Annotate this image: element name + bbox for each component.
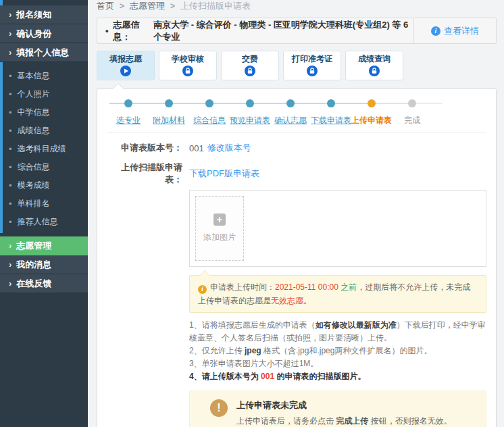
upload-label: 上传扫描版申请表： (107, 161, 182, 186)
bullet-icon: • (9, 72, 12, 80)
sidebar-item-referrer-info[interactable]: • 推荐人信息 (0, 213, 88, 231)
sidebar-subitem-label: 中学信息 (18, 107, 50, 118)
sidebar-item-personal-info[interactable]: › 填报个人信息 (0, 43, 88, 62)
sidebar-item-volunteer-management[interactable]: › 志愿管理 (0, 236, 88, 255)
tab-school-review[interactable]: 学校审核 (159, 51, 217, 80)
version-label: 申请表版本号： (107, 142, 182, 154)
alert-title: 上传申请表未完成 (236, 399, 452, 411)
notice-invalid: 无效志愿 (271, 296, 303, 305)
sidebar: › 报名须知 › 确认身份 › 填报个人信息 • 基本信息 • 个人照片 (0, 0, 88, 427)
sidebar-item-label: 我的消息 (16, 259, 51, 271)
sidebar-subitem-label: 单科排名 (18, 198, 50, 209)
bullet-icon: • (9, 126, 12, 135)
chevron-right-icon: › (9, 279, 11, 288)
sidebar-item-mock-exam-scores[interactable]: • 模考成绩 (0, 176, 88, 195)
application-window: › 报名须知 › 确认身份 › 填报个人信息 • 基本信息 • 个人照片 (0, 0, 504, 427)
sidebar-item-label: 填报个人信息 (16, 47, 69, 59)
notice-before: 之前 (338, 282, 357, 292)
step-dot (165, 99, 173, 107)
version-row: 申请表版本号： 001 修改版本号 (107, 142, 486, 154)
breadcrumb-separator: > (120, 1, 124, 11)
main-content: 首页 > 志愿管理 > 上传扫描版申请表 • 志愿信息： 南京大学 - 综合评价… (88, 0, 504, 427)
edit-version-link[interactable]: 修改版本号 (207, 142, 251, 154)
add-image-button[interactable]: + 添加图片 (195, 196, 244, 261)
lock-icon (182, 66, 193, 76)
sidebar-item-enrollment-notice[interactable]: › 报名须知 (0, 5, 88, 24)
tab-score-inquiry[interactable]: 成绩查询 (345, 51, 403, 80)
sidebar-submenu: • 基本信息 • 个人照片 • 中学信息 • 成绩信息 • 选考科目成绩 (0, 62, 88, 236)
lock-icon (245, 66, 255, 76)
rule-3: 3、单张申请表图片大小不超过1M。 (189, 357, 486, 370)
bullet-icon: • (9, 90, 12, 99)
breadcrumb: 首页 > 志愿管理 > 上传扫描版申请表 (97, 0, 497, 12)
bullet-icon: • (9, 199, 12, 208)
sidebar-item-label: 报名须知 (16, 9, 51, 21)
play-icon (120, 66, 131, 76)
chevron-right-icon: › (9, 48, 11, 57)
sidebar-item-score-info[interactable]: • 成绩信息 (0, 122, 88, 140)
sidebar-item-my-messages[interactable]: › 我的消息 (0, 255, 88, 274)
sidebar-item-label: 在线反馈 (16, 278, 51, 290)
upload-rules: 1、请将填报志愿后生成的申请表（如有修改以最新版为准）下载后打印，经中学审核盖章… (189, 319, 486, 383)
chevron-right-icon: › (9, 241, 11, 250)
step-connector (331, 103, 372, 104)
bullet-icon: • (9, 218, 12, 226)
sidebar-subitem-label: 个人照片 (18, 89, 50, 100)
upload-form: 申请表版本号： 001 修改版本号 上传扫描版申请表： 下载PDF版申请表 + … (107, 133, 486, 427)
notice-prefix: 申请表上传时间： (210, 282, 275, 292)
notice-deadline: 2021-05-11 00:00 (275, 282, 338, 292)
breadcrumb-volunteer-management[interactable]: 志愿管理 (130, 0, 165, 12)
sidebar-item-selected-subject-scores[interactable]: • 选考科目成绩 (0, 140, 88, 158)
step-dot (205, 99, 213, 107)
rule-2: 2、仅允许上传 jpeg 格式（含.jpg和.jpeg两种文件扩展名）的图片。 (189, 345, 486, 357)
sidebar-item-label: 确认身份 (16, 28, 51, 40)
lock-icon (369, 66, 380, 76)
add-image-label: 添加图片 (203, 232, 236, 243)
sidebar-item-personal-photo[interactable]: • 个人照片 (0, 85, 88, 103)
step-connector (128, 103, 169, 104)
sidebar-subitem-label: 模考成绩 (18, 180, 50, 191)
sidebar-item-identity-confirm[interactable]: › 确认身份 (0, 24, 88, 43)
alert-body: 上传申请表未完成 上传申请表后，请务必点击 完成上传 按钮，否则报名无效。 (236, 399, 452, 427)
sidebar-item-middle-school-info[interactable]: • 中学信息 (0, 103, 88, 122)
info-icon: i (198, 285, 207, 294)
sidebar-item-comprehensive-info[interactable]: • 综合信息 (0, 158, 88, 176)
step-dot (408, 99, 416, 107)
step-dot (124, 99, 132, 107)
step-connector (209, 103, 250, 104)
warning-icon: ! (210, 399, 228, 417)
lock-icon (307, 66, 318, 76)
step-dot (327, 99, 335, 107)
info-icon: i (431, 26, 440, 36)
alert-text: 上传申请表后，请务必点击 完成上传 按钮，否则报名无效。 (236, 416, 452, 427)
version-value: 001 (189, 143, 204, 153)
sidebar-item-basic-info[interactable]: • 基本信息 (0, 67, 88, 85)
tab-payment[interactable]: 交费 (221, 51, 279, 80)
sidebar-item-label: 志愿管理 (16, 240, 51, 252)
sidebar-subitem-label: 综合信息 (18, 161, 50, 173)
step-dot (246, 99, 254, 107)
sidebar-subitem-label: 推荐人信息 (18, 216, 58, 228)
chevron-right-icon: › (9, 260, 11, 269)
volunteer-info-text: • 志愿信息： 南京大学 - 综合评价 - 物理类 - 匡亚明学院大理科班(专业… (97, 18, 413, 43)
volunteer-info-value: 南京大学 - 综合评价 - 物理类 - 匡亚明学院大理科班(专业组2) 等 6 … (153, 19, 413, 43)
upload-row: 上传扫描版申请表： 下载PDF版申请表 (107, 161, 486, 186)
plus-icon: + (213, 214, 226, 226)
incomplete-alert: ! 上传申请表未完成 上传申请表后，请务必点击 完成上传 按钮，否则报名无效。 (189, 391, 486, 427)
tab-fill-volunteer[interactable]: 填报志愿 (97, 51, 155, 80)
sidebar-subitem-label: 成绩信息 (18, 125, 50, 136)
breadcrumb-home[interactable]: 首页 (97, 0, 114, 12)
bullet-icon: • (9, 145, 12, 153)
download-pdf-link[interactable]: 下载PDF版申请表 (189, 168, 259, 180)
view-details-button[interactable]: i 查看详情 (413, 18, 496, 43)
bullet-icon: • (9, 181, 12, 190)
chevron-right-icon: › (9, 10, 11, 19)
tab-print-admission-ticket[interactable]: 打印准考证 (283, 51, 341, 80)
sidebar-item-single-subject-ranking[interactable]: • 单科排名 (0, 195, 88, 213)
sidebar-item-online-feedback[interactable]: › 在线反馈 (0, 274, 88, 293)
step-complete: 完成 (392, 99, 432, 126)
view-details-label: 查看详情 (444, 25, 479, 37)
breadcrumb-current-page: 上传扫描版申请表 (180, 0, 251, 12)
step-connector (169, 103, 209, 104)
stage-tabs: 填报志愿 学校审核 交费 打印准考证 (97, 51, 497, 80)
